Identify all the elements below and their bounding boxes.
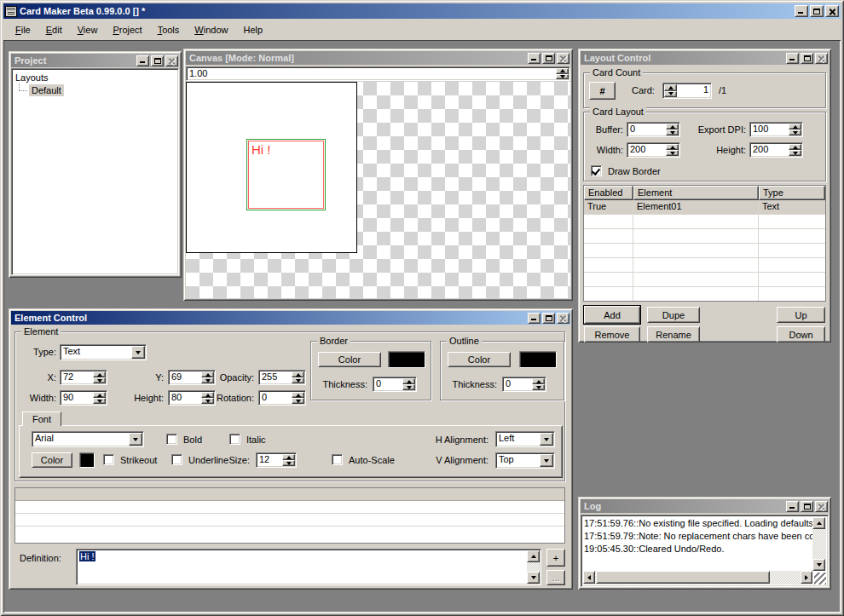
minimize-button[interactable] bbox=[786, 501, 799, 512]
title-bar[interactable]: Card Maker Beta 0.99.0.0 [] * bbox=[3, 3, 841, 19]
table-row[interactable] bbox=[584, 273, 825, 287]
zoom-down-button[interactable] bbox=[556, 74, 569, 80]
minimize-button[interactable] bbox=[786, 53, 799, 64]
export-dpi-up-button[interactable] bbox=[789, 124, 801, 130]
minimize-button[interactable] bbox=[528, 313, 541, 324]
definition-textarea[interactable]: Hi ! bbox=[76, 549, 541, 585]
remove-button[interactable]: Remove bbox=[584, 326, 640, 343]
menu-tools[interactable]: Tools bbox=[150, 22, 188, 37]
h-alignment-dropdown-button[interactable] bbox=[540, 433, 553, 446]
opacity-down-button[interactable] bbox=[292, 377, 304, 383]
draw-border-checkbox[interactable] bbox=[591, 165, 602, 176]
resize-grip[interactable] bbox=[814, 573, 826, 584]
rotation-up-button[interactable] bbox=[292, 392, 304, 398]
dupe-button[interactable]: Dupe bbox=[647, 307, 700, 323]
h-alignment-combo[interactable]: Left bbox=[495, 431, 555, 447]
italic-checkbox[interactable] bbox=[229, 434, 240, 445]
column-type[interactable]: Type bbox=[759, 186, 825, 200]
menu-help[interactable]: Help bbox=[235, 22, 270, 37]
table-row[interactable] bbox=[584, 258, 825, 273]
border-thickness-field[interactable]: 0 bbox=[373, 377, 417, 392]
canvas-surface[interactable]: Hi ! bbox=[186, 82, 570, 298]
opacity-field[interactable]: 255 bbox=[258, 370, 306, 385]
scroll-down-button[interactable] bbox=[527, 572, 540, 584]
menu-edit[interactable]: Edit bbox=[38, 22, 70, 37]
border-thickness-down-button[interactable] bbox=[402, 384, 415, 390]
card-height-up-button[interactable] bbox=[789, 144, 801, 150]
tree-node-default[interactable]: Default bbox=[29, 84, 64, 96]
definition-add-button[interactable]: + bbox=[546, 549, 565, 567]
y-field[interactable]: 69 bbox=[168, 370, 216, 385]
opacity-up-button[interactable] bbox=[292, 371, 304, 377]
table-row[interactable]: True Element01 Text bbox=[584, 200, 825, 215]
border-thickness-up-button[interactable] bbox=[402, 378, 415, 384]
size-up-button[interactable] bbox=[282, 454, 295, 460]
log-horizontal-scrollbar[interactable] bbox=[583, 571, 812, 584]
close-button[interactable] bbox=[825, 5, 839, 17]
size-field[interactable]: 12 bbox=[256, 452, 297, 468]
log-vertical-scrollbar[interactable] bbox=[812, 517, 826, 571]
card-preview[interactable]: Hi ! bbox=[186, 82, 357, 253]
maximize-button[interactable] bbox=[151, 55, 164, 66]
x-up-button[interactable] bbox=[93, 371, 106, 377]
definition-more-button[interactable]: ... bbox=[546, 570, 565, 585]
v-alignment-combo[interactable]: Top bbox=[495, 452, 555, 469]
table-row[interactable] bbox=[584, 244, 825, 258]
maximize-button[interactable] bbox=[542, 313, 555, 324]
list-item[interactable] bbox=[15, 514, 564, 527]
buffer-down-button[interactable] bbox=[666, 130, 679, 135]
card-height-field[interactable]: 200 bbox=[749, 142, 803, 158]
list-item[interactable] bbox=[15, 501, 564, 514]
font-family-combo[interactable]: Arial bbox=[32, 431, 144, 447]
card-width-field[interactable]: 200 bbox=[627, 142, 680, 158]
outline-thickness-field[interactable]: 0 bbox=[502, 377, 546, 392]
border-color-button[interactable]: Color bbox=[318, 352, 381, 367]
card-element[interactable]: Hi ! bbox=[246, 139, 326, 210]
minimize-button[interactable] bbox=[795, 5, 808, 17]
width-down-button[interactable] bbox=[93, 398, 106, 404]
element-control-title-bar[interactable]: Element Control bbox=[11, 311, 570, 325]
menu-file[interactable]: File bbox=[8, 22, 38, 37]
scroll-right-button[interactable] bbox=[801, 571, 812, 584]
definition-scrollbar[interactable] bbox=[527, 550, 540, 584]
strikeout-checkbox[interactable] bbox=[103, 454, 114, 465]
menu-project[interactable]: Project bbox=[105, 22, 149, 37]
outline-color-button[interactable]: Color bbox=[448, 352, 511, 367]
element-properties-list[interactable] bbox=[14, 487, 565, 544]
layout-control-title-bar[interactable]: Layout Control bbox=[581, 51, 829, 65]
maximize-button[interactable] bbox=[801, 501, 813, 512]
canvas-title-bar[interactable]: Canvas [Mode: Normal] bbox=[186, 51, 570, 65]
maximize-button[interactable] bbox=[810, 5, 824, 17]
width-up-button[interactable] bbox=[93, 392, 106, 398]
font-color-button[interactable]: Color bbox=[32, 452, 72, 468]
minimize-button[interactable] bbox=[528, 53, 541, 64]
down-button[interactable]: Down bbox=[777, 326, 825, 343]
column-element[interactable]: Element bbox=[633, 186, 759, 200]
export-dpi-field[interactable]: 100 bbox=[749, 122, 803, 137]
maximize-button[interactable] bbox=[542, 53, 555, 64]
list-item[interactable] bbox=[15, 488, 564, 501]
list-item[interactable] bbox=[15, 527, 564, 539]
maximize-button[interactable] bbox=[801, 53, 813, 64]
bold-checkbox[interactable] bbox=[166, 434, 177, 445]
card-up-button[interactable] bbox=[664, 84, 677, 91]
rotation-field[interactable]: 0 bbox=[258, 390, 306, 406]
font-family-dropdown-button[interactable] bbox=[129, 433, 142, 446]
card-number-button[interactable]: # bbox=[589, 82, 616, 100]
scroll-left-button[interactable] bbox=[583, 571, 595, 584]
outline-thickness-down-button[interactable] bbox=[532, 384, 545, 390]
rotation-down-button[interactable] bbox=[292, 398, 304, 404]
card-down-button[interactable] bbox=[664, 91, 677, 98]
card-height-down-button[interactable] bbox=[789, 150, 801, 156]
size-down-button[interactable] bbox=[282, 460, 295, 466]
minimize-button[interactable] bbox=[136, 55, 149, 66]
buffer-field[interactable]: 0 bbox=[627, 122, 680, 137]
column-enabled[interactable]: Enabled bbox=[584, 186, 633, 200]
project-title-bar[interactable]: Project bbox=[11, 54, 179, 67]
scroll-up-button[interactable] bbox=[812, 517, 825, 529]
card-width-up-button[interactable] bbox=[666, 144, 679, 150]
v-alignment-dropdown-button[interactable] bbox=[540, 454, 553, 467]
close-button[interactable] bbox=[557, 313, 569, 324]
table-row[interactable] bbox=[584, 287, 825, 302]
height-field[interactable]: 80 bbox=[168, 390, 216, 406]
